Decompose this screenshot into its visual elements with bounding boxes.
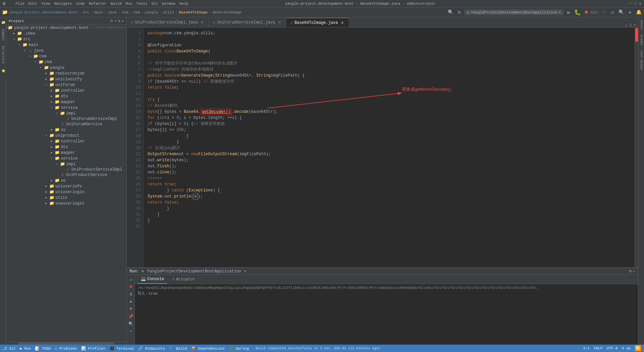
- stop-btn[interactable]: ■: [583, 9, 590, 16]
- menu-refactor[interactable]: Refactor: [89, 2, 107, 6]
- menu-file[interactable]: File: [15, 2, 24, 6]
- tree-vueuserlogin[interactable]: ▶ 📁 vueuserlogin: [6, 201, 126, 206]
- toolhelper-label[interactable]: Tool Helper: [638, 48, 644, 73]
- tab-console[interactable]: 💻 Console: [138, 275, 167, 284]
- run-filter-icon[interactable]: 🔍: [127, 320, 134, 327]
- breadcrumb-project[interactable]: yangle-project-development-boot: [9, 10, 78, 14]
- settings-icon[interactable]: ⚙: [118, 19, 120, 23]
- endpoints-status[interactable]: 🔗 Endpoints: [138, 346, 165, 351]
- terminal-status[interactable]: ⬛ Terminal: [110, 346, 134, 351]
- minimize-button[interactable]: ─: [629, 1, 632, 6]
- tab-close-0[interactable]: ✕: [200, 20, 205, 25]
- tree-uniforum-mapper[interactable]: ▶ 📁 mapper: [6, 99, 126, 105]
- user-icon[interactable]: ●: [627, 9, 633, 16]
- favorites-icon[interactable]: ⭐: [0, 67, 5, 74]
- tree-uniproduct-impl[interactable]: ▾ 📁 impl: [6, 161, 126, 167]
- tree-uniforum-controller[interactable]: ▶ 📁 controller: [6, 88, 126, 93]
- tree-uniforum-svc[interactable]: I UniForumService: [6, 122, 126, 127]
- expand-icon[interactable]: ▾: [634, 23, 636, 27]
- run-pause-icon[interactable]: ⏸: [127, 291, 134, 298]
- search-everywhere-icon[interactable]: 🔍: [618, 9, 625, 16]
- tree-uniproduct-svc[interactable]: I UniProductService: [6, 172, 126, 178]
- tree-uniproduct-service-impl[interactable]: J UniProductServiceImpl: [6, 167, 126, 172]
- todo-status[interactable]: 📝 TODO: [35, 346, 51, 351]
- tree-uniuserinfo[interactable]: ▶ 📁 uniuserinfo: [6, 183, 126, 189]
- code-content[interactable]: package com.ckm.yangle.utils; @Configura…: [144, 28, 635, 267]
- tab-close-2[interactable]: ✕: [340, 20, 345, 25]
- dependencies-status[interactable]: 📦 Dependencies: [191, 346, 225, 351]
- tab-uni-forum-service-impl[interactable]: J UniForumServiceImpl.java ✕: [209, 18, 286, 27]
- breadcrumb-ckm[interactable]: ckm: [133, 10, 140, 14]
- menu-code[interactable]: Code: [76, 2, 85, 6]
- run-close-icon[interactable]: ✕: [244, 269, 246, 274]
- tree-uniuserlogin[interactable]: ▶ 📁 uniuserlogin: [6, 189, 126, 195]
- tree-ckm[interactable]: ▾ 📁 ckm: [6, 59, 126, 65]
- maven-label[interactable]: Maven: [638, 17, 644, 32]
- breadcrumb-main[interactable]: main: [94, 10, 103, 14]
- run-config-dropdown-icon[interactable]: ▾: [558, 10, 561, 14]
- run-stop-icon[interactable]: ■: [127, 283, 134, 290]
- tab-close-1[interactable]: ✕: [277, 20, 282, 25]
- sidebar-hscroll[interactable]: [6, 342, 126, 345]
- structure-icon[interactable]: Structure: [0, 44, 5, 65]
- run-up-icon[interactable]: ▲: [127, 298, 134, 305]
- run-restart-icon[interactable]: ↺: [127, 276, 134, 283]
- tree-uniclassify[interactable]: ▶ 📁 uniclassify: [6, 76, 126, 82]
- tree-uniforum[interactable]: ▾ 📁 uniforum: [6, 82, 126, 88]
- menu-view[interactable]: View: [41, 2, 50, 6]
- git-icon[interactable]: Git:: [592, 9, 598, 16]
- run-btn[interactable]: ▶: [566, 9, 572, 16]
- tree-uniproduct-service[interactable]: ▾ 📁 service: [6, 156, 126, 161]
- tab-base64-to-image[interactable]: J Base64ToImage.java ✕: [286, 18, 349, 27]
- run-minimize-icon[interactable]: ─: [633, 269, 635, 274]
- gradle-label[interactable]: Gradle: [638, 32, 644, 48]
- menu-navigate[interactable]: Navigate: [54, 2, 72, 6]
- tree-uniforum-impl[interactable]: ▾ 📁 impl: [6, 111, 126, 116]
- git-status[interactable]: ⎇ Git: [3, 346, 16, 351]
- run-configuration[interactable]: ▶ YangleProjectDevelopmentBootApplicatio…: [465, 9, 564, 15]
- tree-com[interactable]: ▾ 📁 com: [6, 53, 126, 59]
- menu-help[interactable]: Help: [179, 2, 188, 6]
- run-pin-icon[interactable]: 📌: [127, 313, 134, 320]
- tree-java[interactable]: ▾ ☕ java: [6, 48, 126, 53]
- tab-uni-product-service-impl[interactable]: J UniProductServiceImpl.java ✕: [127, 18, 209, 27]
- build-status[interactable]: 🔨 Build: [169, 346, 187, 351]
- breadcrumb-java[interactable]: java: [108, 10, 117, 14]
- tree-root[interactable]: ▾ 📁 yangle-project-development-boot C:\U…: [6, 25, 126, 31]
- toolbar-search-btn[interactable]: 🔍: [447, 9, 454, 16]
- run-wrap-icon[interactable]: ↩: [127, 328, 134, 335]
- editor-vscroll[interactable]: [635, 28, 638, 267]
- tree-uniforum-dto[interactable]: ▶ 📁 dto: [6, 93, 126, 99]
- breadcrumb-generate[interactable]: GenerateImage: [213, 10, 241, 14]
- project-panel-icon[interactable]: 📁: [0, 19, 5, 26]
- tree-uniproduct[interactable]: ▾ 📁 uniproduct: [6, 133, 126, 138]
- spring-status[interactable]: 🌿 Spring: [229, 346, 249, 351]
- tree-uniforum-service-impl[interactable]: J UniForumServiceImpl: [6, 116, 126, 122]
- notifications-icon[interactable]: 🔔: [635, 9, 642, 16]
- tree-uniproduct-mapper[interactable]: ▶ 📁 mapper: [6, 150, 126, 156]
- menu-git[interactable]: Git: [152, 2, 158, 6]
- run-status[interactable]: ▶ Run: [20, 346, 31, 351]
- menu-tools[interactable]: Tools: [137, 2, 148, 6]
- tab-actuator[interactable]: ⚡ Actuator: [169, 275, 199, 284]
- breadcrumb-base64[interactable]: Base64ToImage: [179, 10, 208, 14]
- menu-run[interactable]: Run: [126, 2, 132, 6]
- debug-btn[interactable]: 🐛: [574, 9, 581, 16]
- toolbar-settings-btn[interactable]: ⚙: [456, 9, 463, 16]
- problems-status[interactable]: ⚠ Problems: [55, 346, 77, 351]
- tree-uniproduct-vo[interactable]: ▶ 📁 vo: [6, 178, 126, 183]
- close-button[interactable]: ✕: [639, 1, 641, 6]
- tree-utils[interactable]: ▶ 📁 utils: [6, 195, 126, 201]
- close-panel-icon[interactable]: ✕: [121, 19, 124, 23]
- run-settings-icon[interactable]: ⚙: [629, 269, 632, 274]
- menu-edit[interactable]: Edit: [29, 2, 37, 6]
- run-down-icon[interactable]: ▼: [127, 306, 134, 312]
- breadcrumb-com[interactable]: com: [122, 10, 128, 14]
- breadcrumb-yangle[interactable]: yangle: [145, 10, 158, 14]
- tree-rediscronjob[interactable]: ▶ 📁 rediscronjob: [6, 71, 126, 76]
- tree-uniforum-vo[interactable]: ▶ 📁 vo: [6, 127, 126, 133]
- tree-src[interactable]: ▾ 📁 src: [6, 36, 126, 42]
- breadcrumb-src[interactable]: src: [83, 10, 89, 14]
- breadcrumb-utils[interactable]: utils: [163, 10, 174, 14]
- tree-uniforum-service[interactable]: ▾ 📁 service: [6, 105, 126, 111]
